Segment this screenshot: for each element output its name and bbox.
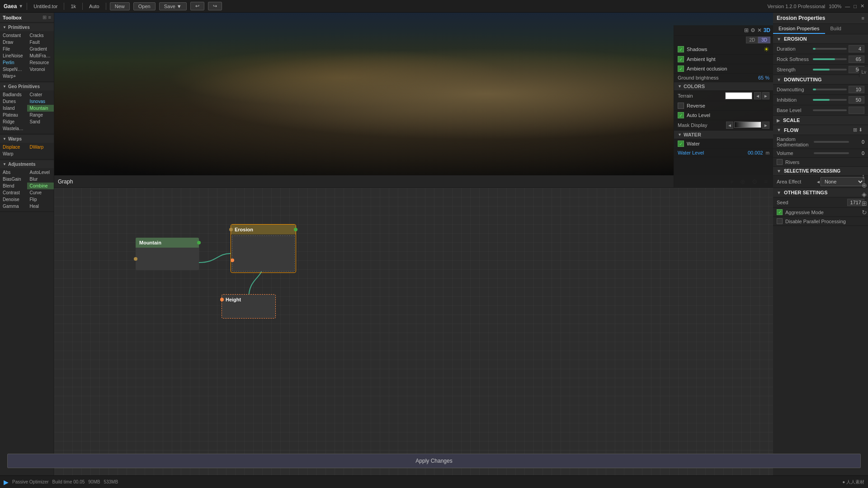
- ambient-light-checkbox[interactable]: ✓: [678, 56, 684, 62]
- random-sedimentation-val[interactable]: 0: [851, 139, 864, 145]
- rp-icon-5[interactable]: ↻: [862, 209, 867, 216]
- close-btn[interactable]: ✕: [860, 3, 864, 9]
- port-erosion-in[interactable]: [229, 228, 233, 231]
- water-checkbox[interactable]: ✓: [678, 141, 684, 147]
- sidebar-item-perlin[interactable]: Perlin: [0, 59, 27, 66]
- vp-icon-grid[interactable]: ⊞: [744, 27, 749, 33]
- sidebar-item-blend[interactable]: Blend: [0, 183, 27, 189]
- duration-val[interactable]: 4: [849, 45, 864, 52]
- mode-selector[interactable]: Auto: [86, 3, 102, 10]
- sidebar-item-warp-plus[interactable]: Warp+: [0, 73, 27, 80]
- water-collapse-icon[interactable]: ▼: [678, 132, 682, 137]
- downcutting-section-header[interactable]: ▼ DOWNCUTTING: [773, 75, 868, 84]
- vp-icon-close[interactable]: ✕: [757, 27, 762, 33]
- sidebar-item-gamma[interactable]: Gamma: [0, 203, 27, 210]
- rp-icon-3[interactable]: ◈: [862, 191, 867, 198]
- sidebar-item-ridge[interactable]: Ridge: [0, 118, 27, 125]
- sidebar-item-blur[interactable]: Blur: [27, 176, 54, 183]
- primitives-header[interactable]: ▼ Primitives: [0, 23, 54, 31]
- port-height-in[interactable]: [220, 298, 224, 301]
- sidebar-item-cracks[interactable]: Cracks: [27, 32, 54, 39]
- flow-section-header[interactable]: ▼ FLOW ⊞ ⬇: [773, 125, 868, 135]
- sidebar-item-curve[interactable]: Curve: [27, 189, 54, 196]
- ambient-occlusion-checkbox[interactable]: ✓: [678, 66, 684, 72]
- duration-slider[interactable]: [813, 48, 847, 50]
- sidebar-item-resource[interactable]: Resource: [27, 59, 54, 66]
- side-tool-lv[interactable]: Lv: [860, 69, 867, 75]
- new-button[interactable]: New: [110, 2, 130, 10]
- mask-arrow-left[interactable]: ◄: [726, 122, 733, 129]
- panel-menu-icon[interactable]: ≡: [862, 15, 864, 21]
- auto-level-checkbox[interactable]: ✓: [678, 112, 684, 118]
- rp-icon-4[interactable]: ⊞: [862, 200, 867, 207]
- rp-icon-1[interactable]: ↕: [862, 173, 867, 180]
- sidebar-item-multifractal[interactable]: MultiFractal: [27, 52, 54, 59]
- sidebar-item-gradient[interactable]: Gradient: [27, 46, 54, 52]
- sidebar-item-heal[interactable]: Heal: [27, 203, 54, 210]
- sidebar-item-crater[interactable]: Crater: [27, 91, 54, 98]
- rock-softness-slider[interactable]: [813, 58, 847, 60]
- node-erosion[interactable]: Erosion: [231, 224, 296, 273]
- rp-icon-2[interactable]: ⊕: [862, 182, 867, 189]
- sidebar-item-displace[interactable]: Displace: [0, 144, 27, 150]
- geo-primitives-header[interactable]: ▼ Geo Primitives: [0, 83, 54, 90]
- save-button[interactable]: Save ▼: [159, 2, 187, 10]
- sidebar-item-biasgain[interactable]: BiasGain: [0, 176, 27, 183]
- sidebar-item-island[interactable]: Island: [0, 105, 27, 112]
- play-btn[interactable]: ▶: [4, 479, 9, 486]
- volume-val[interactable]: 0: [851, 150, 864, 156]
- apply-changes-button[interactable]: Apply Changes: [773, 454, 861, 468]
- rock-softness-val[interactable]: 65: [849, 56, 864, 63]
- color-arrow-left[interactable]: ◄: [754, 92, 761, 99]
- sidebar-item-file[interactable]: File: [0, 46, 27, 52]
- sidebar-item-denoise[interactable]: Denoise: [0, 196, 27, 203]
- inhibition-slider[interactable]: [813, 99, 847, 101]
- node-height[interactable]: Height: [222, 294, 276, 319]
- area-effect-select[interactable]: None Area: [821, 177, 864, 186]
- shadows-checkbox[interactable]: ✓: [678, 46, 684, 52]
- selective-section-header[interactable]: ▼ SELECTIVE PROCESSING: [773, 167, 868, 176]
- resolution-selector[interactable]: 1k: [68, 3, 79, 10]
- warps-header[interactable]: ▼ Warps: [0, 135, 54, 143]
- sidebar-item-fault[interactable]: Fault: [27, 39, 54, 46]
- disable-parallel-checkbox[interactable]: [777, 218, 783, 224]
- sidebar-item-abs[interactable]: Abs: [0, 169, 27, 176]
- sidebar-item-slopenoise[interactable]: SlopeNoise: [0, 66, 27, 73]
- adjustments-header[interactable]: ▼ Adjustments: [0, 160, 54, 168]
- redo-button[interactable]: ↪: [208, 2, 222, 10]
- sidebar-item-autolevel[interactable]: AutoLevel: [27, 169, 54, 176]
- sidebar-item-contrast[interactable]: Contrast: [0, 189, 27, 196]
- inhibition-val[interactable]: 50: [849, 96, 864, 103]
- sidebar-item-sand[interactable]: Sand: [27, 118, 54, 125]
- color-arrow-right[interactable]: ►: [762, 92, 769, 99]
- random-sedimentation-slider[interactable]: [814, 141, 849, 143]
- node-mountain[interactable]: Mountain: [136, 238, 199, 270]
- sidebar-item-dunes[interactable]: Dunes: [0, 98, 27, 105]
- view-2d-btn[interactable]: 2D: [746, 37, 758, 43]
- port-erosion-out[interactable]: [294, 228, 297, 231]
- sidebar-item-combine[interactable]: Combine: [27, 183, 54, 189]
- sidebar-item-constant[interactable]: Constant: [0, 32, 27, 39]
- sidebar-item-isnovas[interactable]: Isnovas: [27, 98, 54, 105]
- open-button[interactable]: Open: [133, 2, 156, 10]
- downcutting-slider[interactable]: [813, 89, 847, 90]
- sidebar-item-draw[interactable]: Draw: [0, 39, 27, 46]
- flow-icon-grid[interactable]: ⊞: [853, 127, 857, 132]
- aggressive-mode-checkbox[interactable]: ✓: [777, 209, 783, 215]
- colors-collapse-icon[interactable]: ▼: [678, 84, 682, 89]
- volume-slider[interactable]: [814, 152, 849, 154]
- rivers-checkbox[interactable]: [777, 159, 783, 165]
- port-mountain-out[interactable]: [197, 241, 201, 244]
- tab-build[interactable]: Build: [825, 24, 847, 34]
- tab-erosion-properties[interactable]: Erosion Properties: [773, 24, 825, 34]
- vp-icon-gear[interactable]: ⚙: [750, 27, 755, 33]
- sidebar-item-mountain[interactable]: Mountain: [27, 105, 54, 112]
- sidebar-item-range[interactable]: Range: [27, 112, 54, 118]
- port-erosion-in2[interactable]: [231, 258, 234, 262]
- sidebar-item-warp[interactable]: Warp: [0, 150, 27, 157]
- port-mountain-in[interactable]: [134, 257, 137, 261]
- sidebar-item-dwarp[interactable]: DWarp: [27, 144, 54, 150]
- base-level-val[interactable]: [849, 107, 864, 114]
- sidebar-item-voronoi[interactable]: Voronoi: [27, 66, 54, 73]
- sidebar-item-plateau[interactable]: Plateau: [0, 112, 27, 118]
